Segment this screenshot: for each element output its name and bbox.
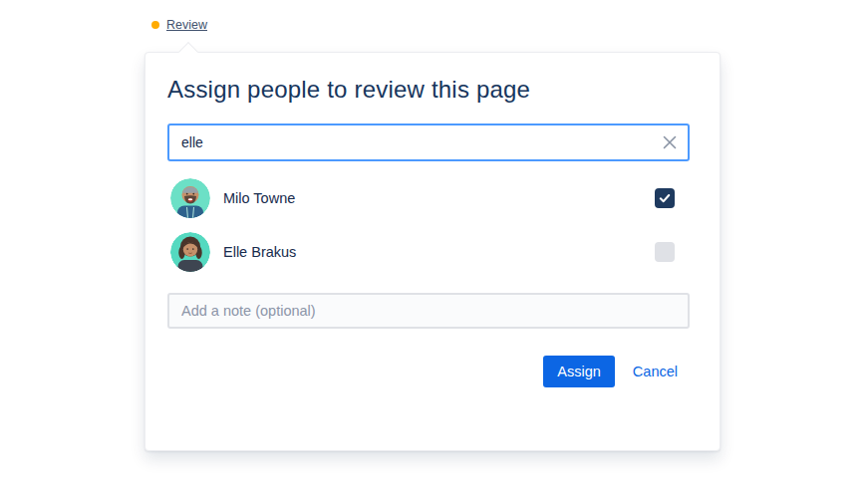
- search-box: [167, 124, 690, 161]
- note-input[interactable]: [167, 293, 690, 329]
- cancel-button[interactable]: Cancel: [633, 364, 678, 379]
- dialog-actions: Assign Cancel: [167, 356, 690, 387]
- person-checkbox-elle[interactable]: [655, 242, 675, 262]
- clear-search-button[interactable]: [659, 131, 681, 153]
- dialog-caret: [178, 42, 198, 62]
- avatar-elle: [170, 232, 210, 272]
- x-icon: [661, 133, 679, 151]
- review-link[interactable]: Review: [166, 18, 207, 32]
- person-row-elle[interactable]: Elle Brakus: [167, 225, 690, 279]
- people-list: Milo Towne: [167, 171, 690, 279]
- person-row-milo[interactable]: Milo Towne: [167, 171, 690, 225]
- dialog-title: Assign people to review this page: [167, 76, 690, 104]
- assign-button[interactable]: Assign: [543, 356, 615, 387]
- review-status-icon: [151, 21, 159, 29]
- search-input[interactable]: [167, 124, 690, 161]
- assign-review-dialog: Assign people to review this page: [145, 52, 721, 451]
- review-badge[interactable]: Review: [151, 18, 207, 32]
- avatar-milo: [170, 178, 210, 218]
- person-name: Elle Brakus: [223, 244, 655, 260]
- person-checkbox-milo[interactable]: [655, 188, 675, 208]
- check-icon: [658, 191, 672, 205]
- person-name: Milo Towne: [223, 190, 655, 206]
